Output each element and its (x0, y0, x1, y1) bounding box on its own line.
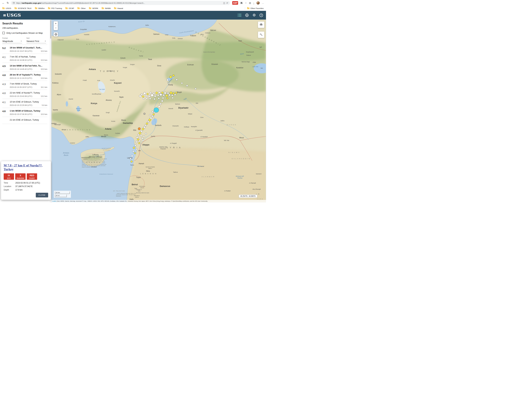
earthquake-marker[interactable] (174, 94, 176, 96)
bookmark-folder[interactable]: SCIENCE TALK (14, 7, 32, 9)
earthquake-marker[interactable] (131, 161, 133, 162)
earthquake-marker[interactable] (149, 114, 151, 116)
earthquake-marker[interactable] (136, 141, 138, 143)
other-favorites[interactable]: Other Favorites (247, 7, 264, 9)
map-canvas[interactable]: T U R K E YS Y R I AL E B A N O NC Y P R… (51, 20, 266, 202)
earthquake-list-item[interactable]: 4.1 7 km SE of Nurhak, Turkey 2023-02-16… (2, 54, 47, 63)
list-toggle-icon[interactable] (237, 14, 242, 17)
refresh-icon[interactable]: ↻ (7, 1, 9, 5)
earthquake-marker[interactable] (147, 121, 149, 123)
bookmark-folder[interactable]: Wildfire (35, 7, 45, 9)
legend-button[interactable] (258, 32, 264, 38)
earthquake-marker[interactable] (140, 135, 142, 137)
earthquake-marker[interactable] (152, 115, 153, 117)
help-icon[interactable]: ? (259, 14, 263, 17)
earthquake-marker[interactable] (141, 130, 143, 132)
badge-link[interactable]: PAGER (27, 177, 37, 179)
earthquake-marker[interactable] (145, 95, 147, 97)
earthquake-marker[interactable] (154, 108, 159, 113)
earthquake-marker[interactable] (142, 140, 144, 141)
earthquake-marker[interactable] (139, 140, 141, 142)
only-list-checkbox[interactable] (2, 32, 5, 34)
earthquake-marker[interactable] (170, 76, 172, 78)
earthquake-list-item[interactable]: 4.6 1 km WSW of Göksun, Turkey 2023-02-1… (2, 108, 47, 117)
earthquake-marker[interactable] (186, 85, 188, 87)
address-bar[interactable]: https://earthquake.usgs.gov/earthquakes/… (11, 1, 230, 5)
earthquake-marker[interactable] (163, 94, 165, 96)
earthquake-marker[interactable] (162, 97, 164, 99)
earthquake-marker[interactable] (134, 152, 136, 154)
earthquake-marker[interactable] (147, 93, 148, 95)
earthquake-list-item[interactable]: 5.2 19 km WNW of Uzunba?, Turk... 2023-0… (2, 45, 47, 54)
earthquake-marker[interactable] (146, 123, 148, 125)
site-info-icon[interactable] (13, 2, 15, 4)
zoom-in-button[interactable]: + (54, 21, 58, 26)
earthquake-marker[interactable] (144, 113, 145, 115)
earthquake-marker[interactable] (138, 142, 140, 144)
bookmark-folder[interactable]: WORK (89, 7, 98, 9)
globe-icon[interactable] (245, 13, 249, 17)
earthquake-marker[interactable] (166, 79, 169, 81)
earthquake-marker[interactable] (150, 92, 152, 94)
earthquake-marker[interactable] (161, 92, 163, 94)
earthquake-marker[interactable] (169, 94, 171, 96)
only-list-filter[interactable]: Only List Earthquakes Shown on Map (2, 32, 45, 34)
split-screen-icon[interactable]: ◫ (223, 2, 225, 4)
earthquake-marker[interactable] (133, 147, 135, 149)
earthquake-marker[interactable] (172, 97, 173, 99)
impact-badge[interactable]: RED PAGER (27, 173, 37, 180)
earthquake-marker[interactable] (161, 100, 163, 102)
earthquake-marker[interactable] (160, 94, 162, 96)
read-aloud-icon[interactable]: A⁾ (226, 2, 228, 4)
earthquake-list-item[interactable]: 4.5 14 km NNW of Do?an?ehir, Tu... 2023-… (2, 63, 47, 72)
earthquake-marker[interactable] (195, 88, 196, 89)
bookmark-folder[interactable]: Hawaii (114, 7, 123, 9)
badge-link[interactable]: DYFI (4, 177, 14, 179)
earthquake-marker[interactable] (144, 126, 145, 128)
earthquake-marker[interactable] (143, 136, 145, 137)
settings-menu-icon[interactable]: … (262, 2, 264, 4)
downloads-icon[interactable]: ↓ (253, 2, 255, 4)
layers-button[interactable] (258, 21, 264, 28)
earthquake-marker[interactable] (158, 92, 160, 94)
earthquake-marker[interactable] (170, 92, 172, 94)
badge-link[interactable]: ShakeMap (15, 177, 26, 179)
earthquake-marker[interactable] (134, 145, 136, 147)
earthquake-marker[interactable] (155, 92, 158, 94)
settings-gear-icon[interactable]: ⚙ (252, 13, 256, 17)
earthquake-marker[interactable] (173, 74, 174, 76)
earthquake-marker[interactable] (152, 111, 153, 112)
earthquake-list-item[interactable]: 4.8 26 km W of Yaylada??, Turkey 2023-02… (2, 72, 47, 81)
earthquake-marker[interactable] (148, 119, 151, 121)
earthquake-marker[interactable] (146, 97, 148, 99)
earthquake-marker[interactable] (143, 98, 145, 100)
earthquake-marker[interactable] (148, 95, 150, 97)
impact-badge[interactable]: IX DYFI (4, 173, 14, 180)
earthquake-marker[interactable] (151, 94, 153, 97)
earthquake-marker[interactable] (158, 106, 160, 108)
bookmark-folder[interactable]: OCAP (65, 7, 74, 9)
earthquake-marker[interactable] (149, 98, 151, 100)
scrollbar-thumb[interactable] (50, 20, 51, 39)
earthquake-marker[interactable] (142, 128, 144, 130)
earthquake-marker[interactable] (164, 92, 166, 94)
earthquake-marker[interactable] (160, 103, 162, 105)
favorites-icon[interactable]: ☆ (245, 2, 247, 4)
back-icon[interactable]: ← (2, 1, 5, 5)
earthquake-list-item[interactable]: 4.1 10 km ENE of Göksun, Turkey 2023-02-… (2, 99, 47, 108)
earthquake-marker[interactable] (181, 82, 183, 84)
bookmark-folder[interactable]: PIO Training (48, 7, 62, 9)
earthquake-marker[interactable] (145, 125, 147, 126)
adblock-extension-icon[interactable]: ABP (232, 1, 238, 5)
earthquake-marker[interactable] (138, 128, 141, 130)
earthquake-marker[interactable] (142, 95, 144, 98)
earthquake-marker[interactable] (167, 92, 169, 94)
close-button[interactable]: CLOSE (36, 193, 48, 197)
earthquake-marker[interactable] (166, 97, 168, 99)
earthquake-marker[interactable] (166, 94, 168, 97)
bookmark-folder[interactable]: USGS (2, 7, 11, 9)
earthquake-marker[interactable] (132, 150, 134, 152)
home-extent-button[interactable] (54, 32, 58, 37)
bookmark-folder[interactable]: NHMA (102, 7, 111, 9)
bookmark-folder[interactable]: Other (77, 7, 86, 9)
